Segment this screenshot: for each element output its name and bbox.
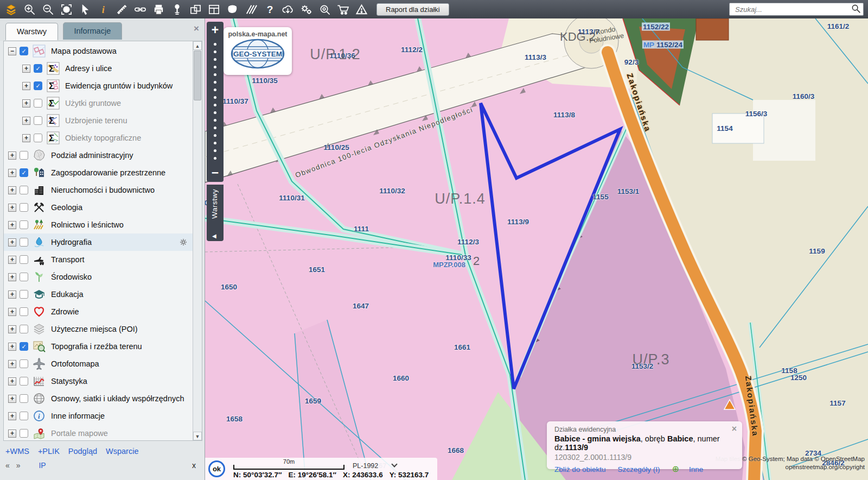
layer-checkbox[interactable] — [20, 394, 28, 403]
search-icon[interactable] — [851, 4, 861, 14]
expander-icon[interactable]: + — [8, 238, 16, 247]
expander-icon[interactable]: + — [8, 377, 16, 386]
link-icon[interactable] — [133, 3, 146, 16]
scroll-thumb[interactable] — [194, 50, 201, 100]
layer-checkbox[interactable] — [20, 220, 28, 229]
cart-icon[interactable] — [336, 3, 349, 16]
scrollbar[interactable]: ▲ ▼ — [193, 41, 202, 440]
map-canvas[interactable] — [205, 18, 868, 480]
cloud-download-icon[interactable] — [281, 3, 294, 16]
layer-label[interactable]: Uzbrojenie terenu — [65, 116, 127, 125]
info-panel-link[interactable]: Szczegóły (I) — [618, 465, 660, 473]
layer-item[interactable]: +ΣUzbrojenie terenu — [4, 112, 193, 129]
windows-icon[interactable] — [189, 3, 202, 16]
layer-label[interactable]: Portale mapowe — [51, 429, 108, 438]
layer-item[interactable]: +Osnowy, siatki i układy współrzędnych — [4, 390, 193, 407]
layer-label[interactable]: Topografia i rzeźba terenu — [51, 342, 142, 351]
warning-icon[interactable] — [355, 3, 368, 16]
zoom-slider-dot[interactable] — [214, 50, 216, 53]
layer-checkbox[interactable] — [20, 377, 28, 386]
collapse-right-icon[interactable]: » — [16, 461, 21, 470]
chevron-down-icon[interactable] — [392, 461, 398, 467]
layer-item[interactable]: +✓ΣAdresy i ulice — [4, 60, 193, 77]
expander-icon[interactable]: − — [8, 47, 16, 55]
expander-icon[interactable]: + — [8, 221, 16, 229]
layer-checkbox[interactable] — [34, 134, 42, 142]
zoom-slider-dot[interactable] — [214, 142, 216, 144]
balloon-icon[interactable] — [226, 3, 239, 16]
expander-icon[interactable]: + — [22, 99, 30, 108]
layer-label[interactable]: Statystyka — [51, 377, 87, 386]
ok-button[interactable]: ok — [208, 460, 225, 477]
expander-icon[interactable]: + — [8, 204, 16, 212]
footer-close[interactable]: x — [192, 461, 196, 470]
scroll-down-icon[interactable]: ▼ — [193, 432, 202, 440]
layer-label[interactable]: Ewidencja gruntów i budynków — [65, 81, 173, 90]
layers-icon[interactable] — [4, 3, 17, 16]
layer-item[interactable]: +Statystyka — [4, 372, 193, 390]
help-icon[interactable]: ? — [263, 3, 276, 16]
layer-label[interactable]: Obiekty topograficzne — [65, 134, 141, 142]
report-button[interactable]: Raport dla działki — [376, 3, 449, 16]
tab-informacje[interactable]: Informacje — [63, 22, 123, 40]
scroll-up-icon[interactable]: ▲ — [193, 41, 202, 50]
layer-checkbox[interactable] — [34, 116, 42, 125]
layer-checkbox[interactable] — [20, 203, 28, 212]
zoom-slider-dot[interactable] — [214, 66, 216, 68]
layer-checkbox[interactable] — [34, 99, 42, 108]
layer-checkbox[interactable]: ✓ — [34, 81, 42, 90]
print-icon[interactable] — [152, 3, 165, 16]
layout-icon[interactable] — [207, 3, 220, 16]
collapse-left-icon[interactable]: « — [5, 461, 10, 470]
layer-item[interactable]: +Zdrowie — [4, 303, 193, 320]
expander-icon[interactable]: + — [8, 186, 16, 194]
footer-link[interactable]: Podgląd — [68, 447, 97, 456]
layer-label[interactable]: Użyteczne miejsca (POI) — [51, 325, 138, 333]
layer-label[interactable]: Zdrowie — [51, 307, 79, 316]
layer-label[interactable]: Hydrografia — [51, 238, 92, 247]
measure-icon[interactable] — [115, 3, 128, 16]
expander-icon[interactable]: + — [22, 134, 30, 142]
layer-label[interactable]: Rolnictwo i leśnictwo — [51, 220, 124, 229]
layer-item[interactable]: +Użyteczne miejsca (POI) — [4, 320, 193, 338]
layer-label[interactable]: Adresy i ulice — [65, 64, 112, 73]
footer-link[interactable]: +PLIK — [38, 447, 60, 456]
layer-checkbox[interactable] — [20, 255, 28, 264]
info-icon[interactable]: i — [97, 3, 110, 16]
zoom-slider-dot[interactable] — [214, 157, 216, 160]
expander-icon[interactable]: + — [8, 360, 16, 368]
layer-item[interactable]: +Hydrografia — [4, 233, 193, 251]
layer-label[interactable]: Transport — [51, 255, 85, 264]
layer-label[interactable]: Geologia — [51, 203, 82, 212]
layer-checkbox[interactable]: ✓ — [34, 64, 42, 73]
layer-label[interactable]: Zagospodarowanie przestrzenne — [51, 168, 165, 177]
layer-checkbox[interactable] — [20, 186, 28, 194]
layer-checkbox[interactable] — [20, 359, 28, 368]
zoom-slider-dot[interactable] — [214, 127, 216, 129]
expander-icon[interactable]: + — [8, 169, 16, 177]
zoom-slider-dot[interactable] — [214, 119, 216, 122]
layer-item[interactable]: +Środowisko — [4, 268, 193, 286]
zoom-slider-dot[interactable] — [214, 89, 216, 91]
search-input[interactable] — [729, 3, 864, 16]
tab-warstwy[interactable]: Warstwy — [5, 23, 58, 40]
layer-label[interactable]: Ortofotomapa — [51, 359, 99, 368]
layers-collapse-tab[interactable]: Warstwy ◀ — [207, 185, 224, 241]
layer-item[interactable]: +Geologia — [4, 199, 193, 216]
layer-item[interactable]: +✓Topografia i rzeźba terenu — [4, 338, 193, 355]
close-icon[interactable]: × — [732, 424, 737, 434]
zoom-slider-dot[interactable] — [214, 73, 216, 76]
pointer-icon[interactable] — [78, 3, 91, 16]
zoom-slider-dot[interactable] — [214, 43, 216, 46]
layer-item[interactable]: +✓ΣEwidencja gruntów i budynków — [4, 77, 193, 94]
info-panel-link-other[interactable]: Inne — [689, 465, 703, 473]
layer-checkbox[interactable]: ✓ — [20, 47, 28, 55]
layer-item[interactable]: +Edukacja — [4, 286, 193, 303]
plus-icon[interactable]: ⊕ — [672, 464, 679, 473]
layer-label[interactable]: Osnowy, siatki i układy współrzędnych — [51, 394, 184, 403]
footer-link[interactable]: +WMS — [5, 447, 29, 456]
expander-icon[interactable]: + — [8, 256, 16, 264]
settings-icon[interactable] — [299, 3, 312, 16]
zoom-slider-dot[interactable] — [214, 58, 216, 61]
expander-icon[interactable]: + — [8, 273, 16, 281]
